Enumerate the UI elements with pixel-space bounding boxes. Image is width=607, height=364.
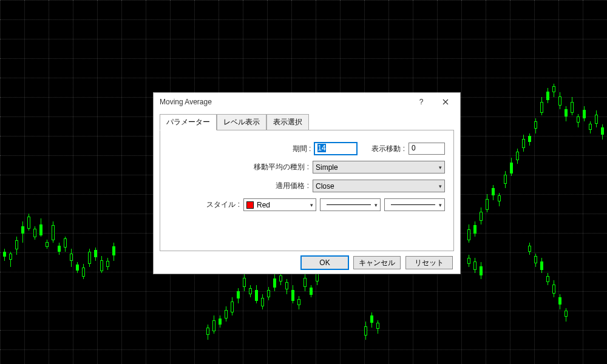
close-icon [443,99,449,105]
line-style-select[interactable]: ▾ [320,198,381,211]
help-button[interactable]: ? [409,93,433,110]
close-button[interactable] [433,93,458,110]
chevron-down-icon: ▾ [439,202,442,208]
shift-label: 表示移動 : [371,144,405,154]
tab-parameters[interactable]: パラメーター [160,114,217,130]
chevron-down-icon: ▾ [310,202,313,208]
chevron-down-icon: ▾ [439,164,442,170]
apply-select[interactable]: Close ▾ [313,180,445,192]
chevron-down-icon: ▾ [439,183,442,189]
period-input[interactable]: 14 [314,143,357,155]
line-preview [391,204,435,205]
color-select[interactable]: Red ▾ [243,198,316,211]
method-select[interactable]: Simple ▾ [313,161,445,174]
reset-button[interactable]: リセット [405,256,453,269]
period-label: 期間 : [293,144,311,154]
moving-average-dialog: Moving Average ? パラメーター レベル表示 表示選択 期間 : … [153,92,461,274]
tabs: パラメーター レベル表示 表示選択 [154,111,460,130]
ok-button[interactable]: OK [301,256,348,269]
cancel-button[interactable]: キャンセル [353,256,401,269]
tab-levels[interactable]: レベル表示 [217,114,266,130]
parameters-panel: 期間 : 14 表示移動 : 0 移動平均の種別 : Simple ▾ 適用価格… [160,130,454,251]
apply-label: 適用価格 : [276,181,309,191]
line-width-select[interactable]: ▾ [384,198,445,211]
dialog-buttons: OK キャンセル リセット [154,256,460,275]
titlebar[interactable]: Moving Average ? [154,93,460,111]
method-label: 移動平均の種別 : [254,162,309,172]
color-swatch [246,201,254,209]
shift-input[interactable]: 0 [409,143,445,155]
tab-display[interactable]: 表示選択 [266,114,309,130]
chevron-down-icon: ▾ [375,202,378,208]
style-label: スタイル : [206,200,240,210]
line-preview [327,204,371,205]
dialog-title: Moving Average [160,98,409,106]
